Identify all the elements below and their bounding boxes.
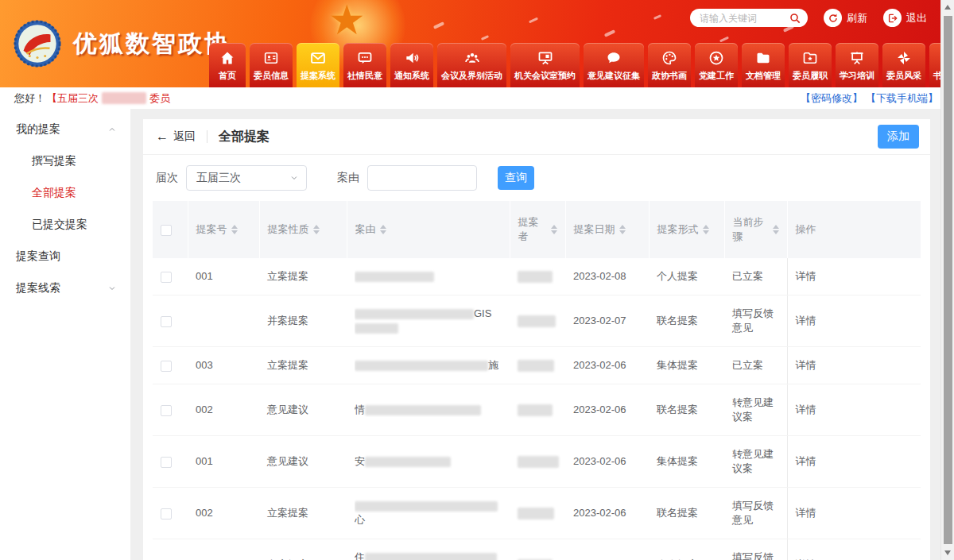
scroll-up-arrow-icon[interactable] bbox=[944, 5, 951, 10]
logout-button[interactable]: 退出 bbox=[883, 9, 927, 27]
home-icon bbox=[219, 50, 235, 66]
nav-item-social-opinion[interactable]: 社情民意 bbox=[343, 43, 386, 87]
nav-item-member-info[interactable]: 委员信息 bbox=[250, 43, 293, 87]
redacted-proposer bbox=[518, 508, 554, 519]
detail-link[interactable]: 详情 bbox=[796, 359, 816, 371]
sidebar-item-write-proposal[interactable]: 撰写提案 bbox=[0, 145, 130, 177]
refresh-button[interactable]: 刷新 bbox=[824, 9, 867, 27]
scrollbar-thumb[interactable] bbox=[944, 16, 952, 544]
nav-item-documents[interactable]: 文档管理 bbox=[742, 43, 785, 87]
nav-item-proposal-system[interactable]: 提案系统 bbox=[297, 43, 339, 87]
nav-item-notification[interactable]: 通知系统 bbox=[390, 43, 433, 87]
column-header-6[interactable]: 提案形式 bbox=[649, 201, 724, 258]
nav-item-home[interactable]: 首页 bbox=[209, 43, 246, 87]
sidebar-item-proposal-clues[interactable]: 提案线索 bbox=[0, 272, 130, 304]
select-all-checkbox[interactable] bbox=[161, 225, 172, 236]
add-button[interactable]: 添加 bbox=[878, 125, 919, 149]
row-checkbox[interactable] bbox=[161, 508, 172, 519]
column-header-8: 操作 bbox=[787, 201, 921, 258]
sort-icon[interactable] bbox=[619, 225, 626, 234]
row-checkbox[interactable] bbox=[161, 457, 172, 468]
proposal-reason: 住污 bbox=[347, 539, 510, 560]
column-header-4[interactable]: 提案者 bbox=[510, 201, 565, 258]
nav-item-study-training[interactable]: 学习培训 bbox=[836, 43, 878, 87]
nav-item-meeting-room[interactable]: 机关会议室预约 bbox=[510, 43, 580, 87]
search-input[interactable] bbox=[700, 13, 789, 24]
refresh-icon bbox=[828, 13, 839, 24]
row-checkbox[interactable] bbox=[161, 405, 172, 416]
table-row: 001 立案提案 住污 2023-02-06 个人提案 填写反馈意见 详情 bbox=[153, 539, 921, 560]
proposal-form: 集体提案 bbox=[649, 347, 724, 384]
sort-icon[interactable] bbox=[380, 225, 386, 234]
sidebar-item-my-proposals[interactable]: 我的提案 bbox=[0, 114, 130, 145]
envelope-icon bbox=[310, 50, 326, 66]
change-password-link[interactable]: 【密码修改】 bbox=[801, 91, 863, 106]
row-checkbox[interactable] bbox=[161, 272, 172, 283]
sort-icon[interactable] bbox=[313, 225, 320, 234]
nav-item-suggestion[interactable]: 意见建议征集 bbox=[584, 43, 644, 87]
proposal-nature: 立案提案 bbox=[259, 539, 347, 560]
search-icon[interactable] bbox=[789, 12, 801, 25]
detail-link[interactable]: 详情 bbox=[796, 315, 816, 326]
column-header-3[interactable]: 案由 bbox=[347, 201, 510, 258]
back-button[interactable]: ← 返回 bbox=[156, 129, 196, 144]
proposal-date: 2023-02-06 bbox=[565, 436, 649, 488]
header-decoration bbox=[604, 29, 615, 37]
page-title: 全部提案 bbox=[219, 129, 270, 145]
proposal-form: 联名提案 bbox=[649, 295, 724, 347]
scroll-down-arrow-icon[interactable] bbox=[944, 550, 951, 555]
reason-filter-input[interactable] bbox=[367, 165, 477, 191]
column-header-2[interactable]: 提案性质 bbox=[259, 201, 347, 258]
current-step: 填写反馈意见 bbox=[724, 539, 787, 560]
table-row: 并案提案 GIS 2023-02-07 联名提案 填写反馈意见 详情 bbox=[153, 295, 921, 347]
proposal-form: 联名提案 bbox=[649, 488, 724, 539]
detail-link[interactable]: 详情 bbox=[796, 404, 816, 415]
redacted-text bbox=[355, 323, 398, 334]
sidebar-item-proposal-search[interactable]: 提案查询 bbox=[0, 241, 130, 272]
row-checkbox[interactable] bbox=[161, 361, 172, 372]
nav-item-calligraphy[interactable]: 政协书画 bbox=[648, 43, 691, 87]
sidebar-item-submitted-proposals[interactable]: 已提交提案 bbox=[0, 209, 130, 241]
proposal-reason: 施 bbox=[347, 347, 510, 384]
sidebar-item-all-proposals[interactable]: 全部提案 bbox=[0, 177, 130, 209]
detail-link[interactable]: 详情 bbox=[796, 455, 816, 467]
top-header: ★ 优狐数智政协 刷新 退出 首页 bbox=[0, 0, 954, 87]
redacted-text bbox=[365, 405, 481, 415]
session-filter-select[interactable]: 五届三次 bbox=[186, 165, 307, 191]
redacted-proposer bbox=[518, 271, 553, 283]
proposer bbox=[510, 539, 565, 560]
vertical-scrollbar[interactable] bbox=[940, 0, 954, 560]
nav-item-member-duty[interactable]: 委员履职 bbox=[789, 43, 832, 87]
proposal-date: 2023-02-07 bbox=[565, 295, 649, 347]
sort-icon[interactable] bbox=[773, 225, 779, 234]
nav-item-party-building[interactable]: 党建工作 bbox=[695, 43, 738, 87]
redacted-text bbox=[355, 501, 498, 512]
proposal-reason: 安 bbox=[347, 436, 510, 488]
table-row: 003 立案提案 施 2023-02-06 集体提案 已立案 详情 bbox=[153, 347, 921, 384]
proposal-date: 2023-02-06 bbox=[565, 539, 649, 560]
query-button[interactable]: 查询 bbox=[498, 166, 534, 190]
column-header-1[interactable]: 提案号 bbox=[188, 201, 259, 258]
detail-link[interactable]: 详情 bbox=[796, 507, 816, 519]
download-app-link[interactable]: 【下载手机端】 bbox=[866, 91, 938, 106]
header-decoration bbox=[719, 37, 729, 43]
detail-link[interactable]: 详情 bbox=[796, 270, 816, 282]
proposal-reason bbox=[347, 258, 510, 295]
proposal-nature: 立案提案 bbox=[259, 488, 347, 539]
current-step: 填写反馈意见 bbox=[724, 295, 787, 347]
column-header-7[interactable]: 当前步骤 bbox=[724, 201, 787, 258]
sort-icon[interactable] bbox=[231, 225, 238, 234]
column-header-5[interactable]: 提案日期 bbox=[565, 201, 649, 258]
proposal-reason: 情 bbox=[347, 384, 510, 436]
header-decoration bbox=[481, 35, 489, 41]
id-card-icon bbox=[263, 50, 279, 66]
row-checkbox[interactable] bbox=[161, 316, 172, 327]
sort-icon[interactable] bbox=[551, 225, 557, 234]
sub-header: 您好！ 【五届三次 委员 【密码修改】 【下载手机端】 bbox=[0, 87, 954, 109]
nav-item-meeting-activity[interactable]: 会议及界别活动 bbox=[437, 43, 506, 87]
sort-icon[interactable] bbox=[703, 225, 709, 234]
folder-star-icon bbox=[802, 50, 818, 66]
proposer bbox=[510, 347, 565, 384]
nav-item-member-style[interactable]: 委员风采 bbox=[882, 43, 925, 87]
star-icon: ★ bbox=[328, 0, 366, 44]
